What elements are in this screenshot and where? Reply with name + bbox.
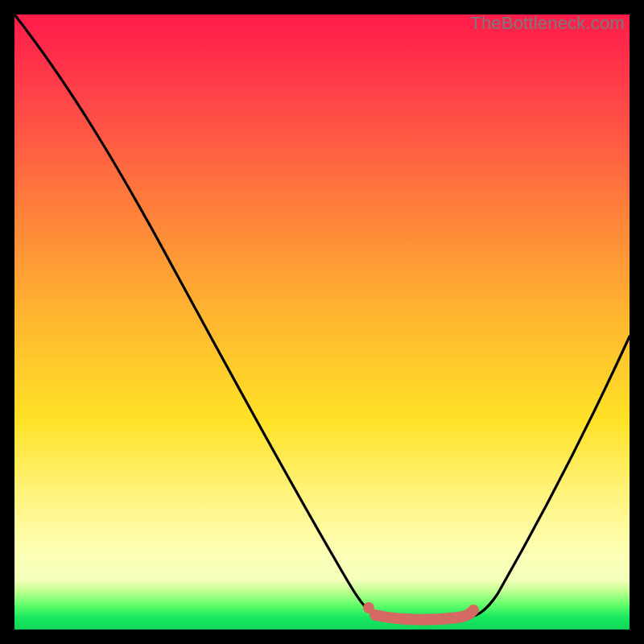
watermark-text: TheBottleneck.com (470, 13, 625, 34)
bottleneck-curve (14, 14, 630, 621)
chart-frame: TheBottleneck.com (14, 14, 630, 630)
curve-layer (14, 14, 630, 630)
selected-range-bar (375, 610, 473, 620)
selected-point-dot (363, 602, 374, 613)
plot-area (14, 14, 630, 630)
